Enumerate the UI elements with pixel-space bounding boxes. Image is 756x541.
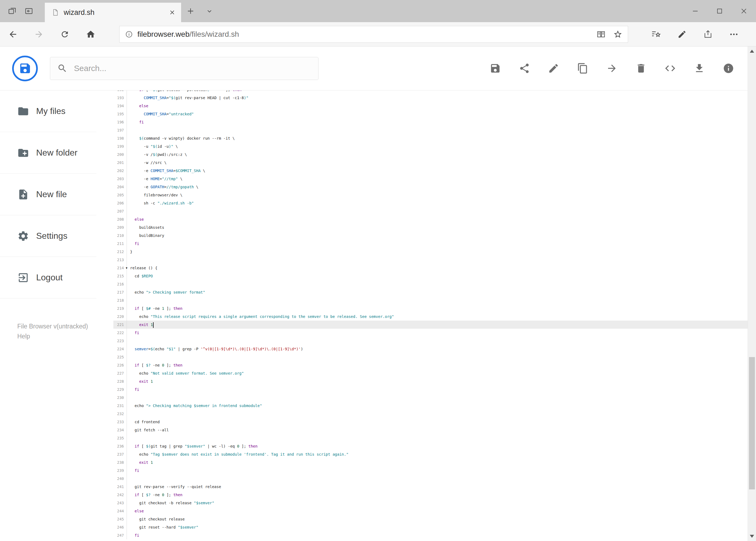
code-line[interactable]: 209 buildAssets <box>114 224 748 232</box>
code-line[interactable]: 196 fi <box>114 118 748 126</box>
download-button[interactable] <box>693 62 705 74</box>
new-tab-button[interactable] <box>181 0 200 22</box>
code-line[interactable]: 215 cd $REPO <box>114 272 748 280</box>
code-line[interactable]: 246 git reset --hard "$semver" <box>114 523 748 531</box>
share-button[interactable] <box>519 62 530 74</box>
code-line[interactable]: 247 fi <box>114 531 748 539</box>
scrollbar-thumb[interactable] <box>749 357 755 489</box>
code-line[interactable]: 218 <box>114 296 748 304</box>
search-box[interactable] <box>50 57 319 80</box>
code-line[interactable]: 204 -e GOPATH=//tmp/gopath \ <box>114 183 748 191</box>
tab-preview-toggle[interactable] <box>200 0 219 22</box>
code-line[interactable]: 202 -e COMMIT_SHA=$COMMIT_SHA \ <box>114 167 748 175</box>
code-editor[interactable]: 192 if [ "$(git status --porcelain)" = "… <box>114 91 748 541</box>
copy-button[interactable] <box>577 62 589 74</box>
code-line[interactable]: 216 <box>114 280 748 288</box>
home-button[interactable] <box>78 22 104 46</box>
close-button[interactable] <box>732 0 756 22</box>
tabs-set-aside-list-button[interactable] <box>4 0 21 22</box>
scroll-up-icon[interactable] <box>750 50 754 53</box>
code-line[interactable]: 242 if [ $? -ne 0 ]; then <box>114 491 748 499</box>
code-line[interactable]: 243 git checkout -b release "$semver" <box>114 499 748 507</box>
delete-button[interactable] <box>635 62 647 74</box>
edit-button[interactable] <box>548 62 560 74</box>
refresh-button[interactable] <box>52 22 78 46</box>
code-line[interactable]: 207 <box>114 207 748 215</box>
code-line[interactable]: 208 else <box>114 215 748 224</box>
sidebar-item-my-files[interactable]: My files <box>0 91 96 132</box>
maximize-button[interactable] <box>707 0 732 22</box>
code-line[interactable]: 223 <box>114 337 748 345</box>
code-line[interactable]: 192 if [ "$(git status --porcelain)" = "… <box>114 91 748 94</box>
code-line[interactable]: 197 <box>114 126 748 134</box>
code-line[interactable]: 194 else <box>114 102 748 110</box>
code-line[interactable]: 217 echo "> Checking semver format" <box>114 288 748 296</box>
move-button[interactable] <box>606 62 618 74</box>
code-line[interactable]: 244 else <box>114 507 748 515</box>
code-line[interactable]: 230 <box>114 393 748 402</box>
code-line[interactable]: 238 exit 1 <box>114 458 748 466</box>
code-line[interactable]: 235 <box>114 434 748 442</box>
sidebar-item-new-file[interactable]: New file <box>0 174 96 215</box>
code-line[interactable]: 220 echo "This release script requires a… <box>114 312 748 320</box>
code-line[interactable]: 234 git fetch --all <box>114 426 748 434</box>
fold-arrow-icon[interactable]: ▾ <box>126 264 127 272</box>
tab-close-icon[interactable] <box>169 9 176 16</box>
sidebar-item-new-folder[interactable]: New folder <box>0 132 96 174</box>
code-line[interactable]: 211 fi <box>114 240 748 248</box>
code-line[interactable]: 200 -v /$(pwd):/src:z \ <box>114 151 748 159</box>
info-button[interactable] <box>722 62 734 74</box>
code-line[interactable]: 245 git checkout release <box>114 515 748 523</box>
hub-button[interactable] <box>643 22 669 46</box>
code-line[interactable]: 206 sh -c "./wizard.sh -b" <box>114 199 748 207</box>
page-scrollbar[interactable] <box>748 46 756 541</box>
help-link[interactable]: Help <box>17 331 114 341</box>
minimize-button[interactable] <box>683 0 707 22</box>
code-line[interactable]: 225 <box>114 353 748 361</box>
code-line[interactable]: 219 if [ $# -ne 1 ]; then <box>114 304 748 312</box>
code-line[interactable]: 228 exit 1 <box>114 377 748 385</box>
favorite-star-icon[interactable] <box>613 30 623 39</box>
code-line[interactable]: 205 filebrowser/dev \ <box>114 191 748 199</box>
code-line[interactable]: 227 echo "Not valid semver format. See s… <box>114 369 748 377</box>
code-line[interactable]: 231 echo "> Checking matching $semver in… <box>114 402 748 410</box>
code-line[interactable]: 201 -w //src \ <box>114 159 748 167</box>
code-line[interactable]: 236 if [ $(git tag | grep "$semver" | wc… <box>114 442 748 450</box>
code-line[interactable]: 222 fi <box>114 329 748 337</box>
code-view-button[interactable] <box>664 62 676 74</box>
code-line[interactable]: 232 <box>114 410 748 418</box>
code-line[interactable]: 229 fi <box>114 385 748 393</box>
code-line[interactable]: 212} <box>114 248 748 256</box>
code-line[interactable]: 198 $(command -v winpty) docker run --rm… <box>114 134 748 142</box>
scroll-down-icon[interactable] <box>750 535 754 538</box>
address-bar[interactable]: filebrowser.web/files/wizard.sh <box>119 26 628 43</box>
save-button[interactable] <box>489 62 501 74</box>
code-line[interactable]: 210 buildBinary <box>114 232 748 240</box>
code-line[interactable]: 193 COMMIT_SHA="$(git rev-parse HEAD | c… <box>114 94 748 102</box>
site-info-icon[interactable] <box>125 30 133 38</box>
code-line[interactable]: 233 cd frontend <box>114 418 748 426</box>
more-options-button[interactable] <box>721 22 747 46</box>
search-input[interactable] <box>74 64 311 73</box>
code-line[interactable]: 213 <box>114 256 748 264</box>
code-line[interactable]: 224 semver=$(echo "$1" | grep -P '^v(0|[… <box>114 345 748 353</box>
code-line[interactable]: 240 <box>114 475 748 483</box>
code-line[interactable]: 226 if [ $? -ne 0 ]; then <box>114 361 748 369</box>
code-line[interactable]: 221 exit 1 <box>114 320 748 329</box>
web-note-button[interactable] <box>669 22 695 46</box>
sidebar-item-logout[interactable]: Logout <box>0 257 96 298</box>
reading-view-icon[interactable] <box>597 30 606 39</box>
code-line[interactable]: 214▾release () { <box>114 264 748 272</box>
back-button[interactable] <box>0 22 26 46</box>
code-line[interactable]: 195 COMMIT_SHA="untracked" <box>114 110 748 118</box>
code-line[interactable]: 239 fi <box>114 466 748 475</box>
code-line[interactable]: 203 -e HOME="//tmp" \ <box>114 175 748 183</box>
code-line[interactable]: 237 echo "Tag $semver does not exist in … <box>114 450 748 458</box>
forward-button[interactable] <box>26 22 52 46</box>
code-line[interactable]: 199 -u "$(id -u)" \ <box>114 142 748 151</box>
sidebar-item-settings[interactable]: Settings <box>0 215 96 257</box>
app-logo[interactable] <box>12 56 38 81</box>
set-tabs-aside-button[interactable] <box>21 0 37 22</box>
share-page-button[interactable] <box>695 22 721 46</box>
code-line[interactable]: 241 git rev-parse --verify --quiet relea… <box>114 483 748 491</box>
